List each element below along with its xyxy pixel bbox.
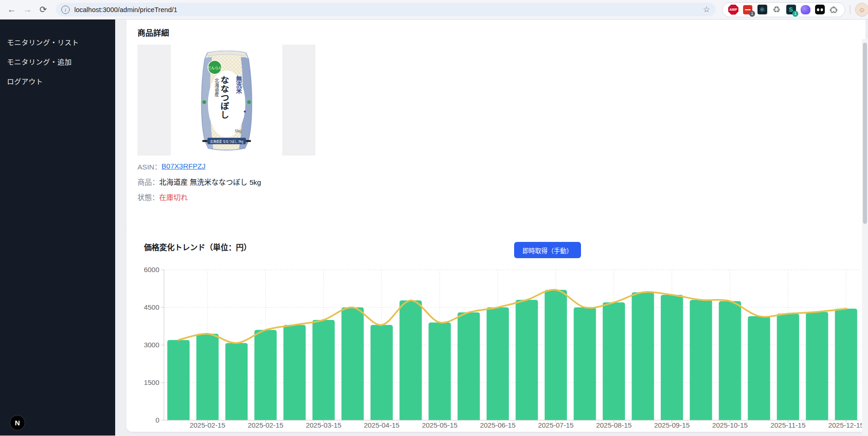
bar[interactable]: [516, 300, 538, 420]
bag-musenmai-text: 無洗米: [235, 75, 242, 94]
y-tick-label: 1500: [144, 378, 159, 386]
trend-line: [178, 290, 846, 343]
bar[interactable]: [748, 316, 770, 420]
extensions-puzzle-icon[interactable]: [829, 5, 839, 15]
recycle-icon: ♻: [772, 4, 780, 15]
sidebar-nav: モニタリング・リスト モニタリング・追加 ログアウト: [0, 20, 115, 91]
bars: [167, 290, 857, 420]
bar[interactable]: [313, 320, 335, 420]
teal-extension-icon[interactable]: S 1: [786, 5, 796, 15]
forward-icon[interactable]: →: [20, 3, 34, 17]
x-tick-label: 2025-06-15: [480, 421, 516, 429]
status-label: 状態：: [137, 192, 159, 202]
instant-fetch-button[interactable]: 即時取得（手動）: [514, 242, 581, 258]
bag-badge-text: だんらん: [207, 66, 222, 70]
extension-badge: 1: [792, 11, 798, 17]
y-tick-label: 0: [156, 416, 159, 424]
browser-toolbar: ← → ⟳ i localhost:3000/admin/priceTrend/…: [0, 0, 868, 20]
x-tick-label: 2025-08-15: [596, 421, 632, 429]
product-image: だんらん 北海道産 ななつぼし 無洗米 ◆ 5kg 北海道産 ななつぼし 5kg: [171, 45, 282, 156]
asin-link[interactable]: B07X3RFPZJ: [162, 162, 206, 170]
bar[interactable]: [196, 334, 219, 420]
toolbar-divider: [850, 5, 850, 14]
bar[interactable]: [283, 325, 306, 420]
x-tick-label: 2025-09-15: [654, 421, 690, 429]
bar[interactable]: [371, 325, 393, 420]
react-devtools-icon[interactable]: ⚛: [757, 5, 767, 15]
nextjs-dev-indicator[interactable]: N: [10, 415, 25, 430]
bar[interactable]: [429, 322, 451, 420]
price-trend-card: 価格変化トレンド（単位：円） 即時取得（手動） 0150030004500600…: [126, 223, 866, 432]
product-image-frame: だんらん 北海道産 ななつぼし 無洗米 ◆ 5kg 北海道産 ななつぼし 5kg: [137, 45, 315, 156]
x-tick-label: 2025-07-15: [538, 421, 574, 429]
x-tick-label: 2025-02-15: [189, 421, 225, 429]
sidebar-item-monitoring-add[interactable]: モニタリング・追加: [0, 52, 115, 71]
svg-text:◆: ◆: [243, 109, 246, 112]
bar[interactable]: [719, 301, 741, 421]
sidebar: モニタリング・リスト モニタリング・追加 ログアウト N: [0, 20, 115, 436]
rice-bag-illustration: だんらん 北海道産 ななつぼし 無洗米 ◆ 5kg 北海道産 ななつぼし 5kg: [196, 48, 257, 153]
bar[interactable]: [690, 300, 712, 420]
adblock-extension-icon[interactable]: ABP: [728, 5, 738, 15]
x-tick-label: 2025-10-15: [712, 421, 748, 429]
extension-badge: 1: [749, 11, 755, 17]
chart-header: 価格変化トレンド（単位：円） 即時取得（手動）: [126, 223, 866, 259]
abp-octagon: ABP: [728, 5, 738, 15]
asin-row: ASIN： B07X3RFPZJ: [137, 161, 855, 171]
trend-line-path[interactable]: [178, 290, 846, 343]
brain-extension-icon[interactable]: [800, 5, 810, 15]
bar[interactable]: [255, 330, 277, 420]
bar[interactable]: [225, 343, 248, 420]
back-icon[interactable]: ←: [5, 3, 19, 17]
bar[interactable]: [835, 309, 857, 420]
x-tick-label: 2025-04-15: [364, 421, 399, 429]
chart-title: 価格変化トレンド（単位：円）: [144, 241, 251, 253]
recycle-extension-icon[interactable]: ♻: [771, 5, 782, 15]
profile-avatar[interactable]: ☺: [855, 3, 868, 17]
bar[interactable]: [661, 295, 683, 420]
sidebar-item-monitoring-list[interactable]: モニタリング・リスト: [0, 33, 115, 52]
asin-label: ASIN：: [137, 161, 162, 171]
status-badge: 在庫切れ: [159, 192, 188, 202]
bar[interactable]: [487, 307, 509, 420]
bar[interactable]: [167, 340, 189, 420]
x-tick-label: 2025-02-15: [248, 421, 283, 429]
status-row: 状態： 在庫切れ: [137, 192, 855, 202]
atom-icon: ⚛: [757, 5, 767, 14]
bar[interactable]: [574, 307, 596, 420]
bar[interactable]: [806, 312, 828, 420]
bar[interactable]: [341, 307, 364, 420]
bar[interactable]: [545, 290, 567, 420]
url-text[interactable]: localhost:3000/admin/priceTrend/1: [74, 6, 177, 13]
x-tick-label: 2025-05-15: [422, 421, 457, 429]
x-tick-label: 2025-11-15: [770, 421, 806, 429]
main-content: 商品詳細: [115, 20, 868, 436]
x-tick-label: 2025-03-15: [306, 421, 341, 429]
brain-icon: [801, 5, 810, 14]
bar[interactable]: [399, 300, 422, 420]
bar[interactable]: [632, 293, 654, 420]
page-scrollbar[interactable]: [862, 39, 868, 436]
puzzle-icon: [829, 5, 839, 14]
product-name-row: 商品： 北海道産 無洗米ななつぼし 5kg: [137, 176, 855, 187]
chart-canvas[interactable]: 015003000450060002025-02-152025-02-15202…: [139, 262, 864, 431]
product-name-label: 商品：: [137, 176, 159, 187]
scrollbar-thumb[interactable]: [863, 43, 867, 224]
bar[interactable]: [603, 302, 625, 420]
red-extension-icon[interactable]: 1: [743, 5, 753, 15]
sidebar-item-logout[interactable]: ログアウト: [0, 72, 115, 91]
eyes-extension-icon[interactable]: [815, 5, 825, 15]
y-tick-label: 4500: [144, 303, 159, 311]
address-bar[interactable]: i localhost:3000/admin/priceTrend/1 ☆: [56, 3, 716, 16]
price-trend-chart[interactable]: 015003000450060002025-02-152025-02-15202…: [139, 262, 864, 431]
reload-icon[interactable]: ⟳: [36, 3, 50, 17]
bag-footer-text: 北海道産 ななつぼし 5kg: [210, 139, 243, 143]
eyes-icon: [815, 5, 825, 14]
bookmark-star-icon[interactable]: ☆: [703, 5, 710, 14]
site-info-icon[interactable]: i: [61, 6, 70, 14]
bar[interactable]: [457, 312, 480, 420]
y-tick-label: 6000: [144, 266, 159, 273]
bar[interactable]: [777, 314, 799, 421]
product-name-value: 北海道産 無洗米ななつぼし 5kg: [159, 176, 261, 187]
page-title: 商品詳細: [137, 26, 855, 38]
